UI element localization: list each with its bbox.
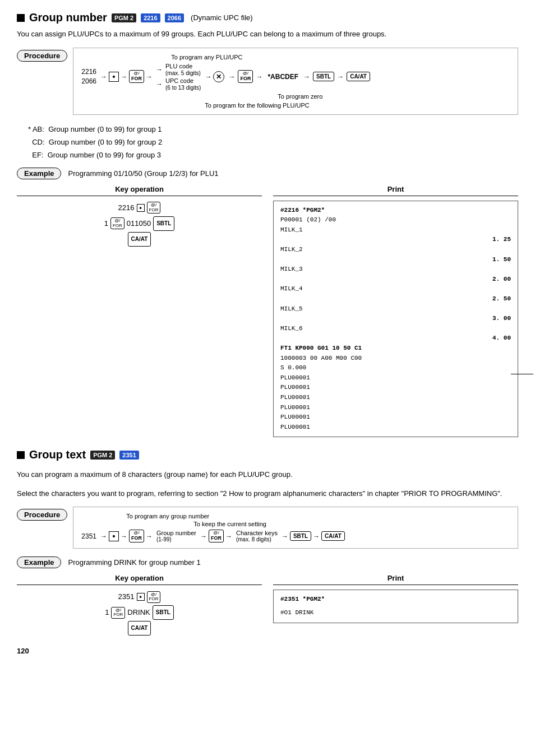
section1-badge1: PGM 2 [112,13,136,22]
print-box2: #2351 *PGM2* #O1 DRINK [273,590,518,623]
dot-box1: • [109,72,119,82]
code2216: 2216 [81,67,96,77]
kop-dot: • [137,204,145,212]
pl19: PLU00001 [280,383,511,393]
circle-x: ✕ [213,71,224,82]
plu-sub: (max. 5 digits) [165,70,201,76]
example2-row: Example Programming DRINK for group numb… [17,556,518,568]
section2-bullet [17,451,25,459]
pl23: PLU00001 [280,423,511,433]
p2l1: #2351 *PGM2* [280,595,511,605]
kop2-sbtl: SBTL [153,605,174,620]
pl5: MILK_2 [280,245,511,255]
kop2-for2: @/ FOR [111,607,125,619]
section1-bullet [17,14,25,22]
pl14: 4. 00 [280,333,511,344]
s2-sbtl: SBTL [290,531,311,541]
arrow8: → [337,73,344,81]
abcdef-label: *ABCDEF [268,73,298,81]
s2-group-sub: (1-99) [156,536,196,542]
kop-011050: 011050 [127,216,151,231]
code2351: 2351 [81,532,96,540]
note2: CD: Group number (0 to 99) for group 2 [28,136,518,149]
section2-divider: Group text PGM 2 2351 [17,448,518,461]
s2-char-label: Character keys [236,530,278,536]
kop2-for1: @/ FOR [147,591,161,604]
print-box: #2216 *PGM2* P00001 (02) /00 MILK_1 1. 2… [273,201,518,438]
kop2-drink: DRINK [127,605,150,620]
p2l2: #O1 DRINK [280,608,511,618]
pl17: S 0.000 [280,363,511,373]
diagram2-label-current: To keep the current setting [193,521,510,527]
label-zero: To program zero [278,93,322,100]
s2-dot: • [109,531,119,541]
s2-char-sub: (max. 8 digits) [236,536,278,542]
for-key-2: @/ FOR [238,70,253,83]
s2-arrow2: → [121,532,127,540]
s2-for2: @/ FOR [209,530,224,542]
pl7: MILK_3 [280,265,511,275]
sbtl-key: SBTL [313,72,334,81]
section2-description1: You can program a maximum of 8 character… [17,469,518,480]
pl9: MILK_4 [280,284,511,294]
note1: * AB: Group number (0 to 99) for group 1 [28,123,518,136]
group-nos-label: Group nos. [511,371,535,378]
arrow-upc: → [156,80,163,88]
print-header: Print [273,185,518,196]
notes-list: * AB: Group number (0 to 99) for group 1… [28,123,518,162]
pl8: 2. 00 [280,275,511,285]
section1-two-col: Key operation 2216 • @/ FOR 1 @/ FOR 011… [17,185,518,438]
s2-arrow3: → [146,532,153,540]
example1-label: Example [17,168,61,179]
example2-text: Programming DRINK for group number 1 [68,558,200,567]
plu-label: PLU code (max. 5 digits) [165,63,201,76]
for-key-1: @/ FOR [129,70,144,83]
s2-arrow5: → [225,532,232,540]
pl4: 1. 25 [280,235,511,245]
key-op-content: 2216 • @/ FOR 1 @/ FOR 011050 SBTL CA/AT [17,201,262,247]
section1-header: Group number PGM 2 2216 2066 (Dynamic UP… [17,11,518,24]
print-header2: Print [273,574,518,585]
s2-caat: CA/AT [321,531,345,541]
upc-label: UPC code (6 to 13 digits) [165,77,201,91]
arrow-plu: → [156,66,163,73]
pl6: 1. 50 [280,255,511,265]
section1-badge3: 2066 [165,13,184,22]
arrow1: → [100,73,107,81]
kop2-1: 1 [105,605,109,620]
diagram2-label-top: To program any group number [126,513,510,520]
pl13: MILK_6 [280,324,511,334]
kop2-dot: • [137,593,145,601]
key-op-header2: Key operation [17,574,262,585]
pl10: 2. 50 [280,294,511,304]
pl16: 1000003 00 A00 M00 C00 [280,354,511,364]
s2-arrow4: → [200,532,207,540]
s2-for1: @/ FOR [129,530,144,542]
pl11: MILK_5 [280,304,511,314]
s2-arrow7: → [313,532,320,540]
section2-badge2: 2351 [119,451,139,460]
procedure-label-2: Procedure [17,509,67,521]
section2-two-col: Key operation 2351 • @/ FOR 1 @/ FOR DRI… [17,574,518,636]
kop-for1: @/ FOR [147,202,161,214]
arrow6: → [256,73,262,81]
key-op-col: Key operation 2216 • @/ FOR 1 @/ FOR 011… [17,185,262,438]
arrow3: → [146,73,153,81]
arrow4: → [205,73,211,81]
caat-key: CA/AT [347,72,370,81]
kop-caat: CA/AT [128,232,151,247]
section2-description2: Select the characters you want to progra… [17,488,518,499]
s2-group-label: Group number [156,530,196,536]
page-number: 120 [17,647,518,655]
arrow5: → [228,73,235,81]
code2066: 2066 [81,77,96,86]
section1-title: Group number [29,11,107,24]
arrow7: → [303,73,310,81]
arrow2: → [121,73,127,81]
pl22: PLU00001 [280,412,511,423]
pl12: 3. 00 [280,314,511,324]
s2-arrow6: → [282,532,288,540]
print-col: Print #2216 *PGM2* P00001 (02) /00 MILK_… [273,185,518,438]
note3: EF: Group number (0 to 99) for group 3 [28,149,518,161]
pl1: #2216 *PGM2* [280,206,511,216]
